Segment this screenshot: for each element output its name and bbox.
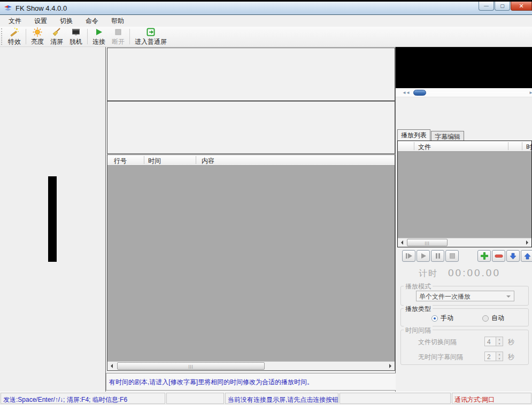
close-button[interactable]: ✕ <box>511 2 532 11</box>
tab-playlist[interactable]: 播放列表 <box>397 129 430 141</box>
spinner-arrows-icon[interactable]: ▲▼ <box>496 337 503 346</box>
playlist-grid[interactable]: 文件 时 ||| <box>397 141 532 247</box>
interval-row-file: 文件切换间隔 4 ▲▼ 秒 <box>401 337 529 346</box>
column-divider[interactable] <box>414 142 414 150</box>
file-switch-interval-input[interactable]: 4 <box>484 337 496 346</box>
column-divider[interactable] <box>196 156 196 164</box>
scroll-right-icon[interactable] <box>523 238 531 247</box>
move-down-button[interactable] <box>506 250 520 262</box>
column-divider[interactable] <box>508 142 508 150</box>
column-divider[interactable] <box>522 142 522 150</box>
menu-help[interactable]: 帮助 <box>105 15 130 27</box>
offline-button[interactable]: 脱机 <box>66 27 86 46</box>
play-icon <box>420 253 427 259</box>
play-mode-select[interactable]: 单个文件一次播放 <box>416 291 514 301</box>
remove-button[interactable] <box>492 250 505 262</box>
status-comm-mode: 通讯方式:网口 <box>452 393 531 404</box>
toolbar-grip[interactable] <box>1 28 4 45</box>
play-mode-value: 单个文件一次播放 <box>419 293 471 300</box>
interval-label: 时间间隔 <box>404 326 433 335</box>
tab-subtitle-edit[interactable]: 字幕编辑 <box>431 131 464 141</box>
minimize-icon: — <box>484 3 489 9</box>
scroll-left-icon[interactable] <box>398 238 406 247</box>
step-button[interactable] <box>402 250 415 262</box>
toolbar-separator <box>129 29 130 44</box>
play-type-label: 播放类型 <box>404 305 433 314</box>
interval-row-label: 无时间字幕间隔 <box>418 353 463 362</box>
menu-bar: 文件 设置 切换 命令 帮助 <box>0 15 532 27</box>
status-connection: 当前没有连接显示屏,请先点击连接按钮。 <box>225 393 338 404</box>
window-title: FK Show 4.4.0.0 <box>16 4 67 12</box>
column-line-number[interactable]: 行号 <box>114 157 127 166</box>
slider-track[interactable] <box>413 92 527 93</box>
no-time-subtitle-interval-input[interactable]: 2 <box>484 352 496 361</box>
playlist-hscrollbar[interactable]: ||| <box>398 238 531 247</box>
app-window: FK Show 4.4.0.0 — ▢ ✕ 文件 设置 切换 命令 帮助 特效 <box>0 0 532 405</box>
rewind-icon[interactable]: ◄◄ <box>402 90 410 95</box>
clear-screen-button[interactable]: 清屏 <box>47 27 66 46</box>
column-divider[interactable] <box>144 156 144 164</box>
window-controls: — ▢ ✕ <box>478 2 532 11</box>
column-partial[interactable]: 时 <box>526 143 532 152</box>
subtitle-grid-hscrollbar[interactable]: ||| <box>107 361 395 370</box>
sun-icon <box>33 27 42 37</box>
toolbar-label: 脱机 <box>70 37 82 46</box>
minimize-button[interactable]: — <box>479 2 494 11</box>
pause-button[interactable] <box>431 250 444 262</box>
chevron-down-icon <box>506 295 511 298</box>
column-file[interactable]: 文件 <box>418 143 431 152</box>
column-time[interactable]: 时间 <box>148 157 161 166</box>
menu-file[interactable]: 文件 <box>2 15 28 27</box>
stop-icon <box>113 27 123 37</box>
stop-icon <box>449 253 456 259</box>
scroll-right-icon[interactable] <box>386 362 395 370</box>
left-black-bar <box>48 176 57 262</box>
radio-manual[interactable]: 手动 <box>431 314 453 323</box>
interval-group: 时间间隔 文件切换间隔 4 ▲▼ 秒 无时间字幕间隔 2 ▲▼ 秒 <box>400 330 529 365</box>
brightness-button[interactable]: 亮度 <box>28 27 47 46</box>
play-mode-group: 播放模式 单个文件一次播放 <box>400 286 529 306</box>
status-hotkeys: 发送:Space/Enter/↑/↓; 清屏:F4; 临时信息:F6 <box>1 393 165 404</box>
monitor-icon <box>71 27 81 37</box>
enter-screen-icon <box>146 27 156 37</box>
menu-switch[interactable]: 切换 <box>53 15 79 27</box>
slider-thumb[interactable] <box>413 90 426 96</box>
radio-label: 自动 <box>491 314 504 323</box>
status-empty-panel <box>166 393 224 404</box>
menu-command[interactable]: 命令 <box>79 15 105 27</box>
connect-button[interactable]: 连接 <box>89 27 109 46</box>
forward-icon[interactable]: ► <box>529 90 532 95</box>
scroll-thumb[interactable]: ||| <box>117 362 265 370</box>
subtitle-grid[interactable]: 行号 时间 内容 ||| <box>107 154 395 371</box>
effects-button[interactable]: 特效 <box>5 27 24 46</box>
scroll-thumb[interactable]: ||| <box>407 239 448 246</box>
play-button[interactable] <box>417 250 430 262</box>
enter-normal-screen-button[interactable]: 进入普通屏 <box>132 27 170 46</box>
toolbar-label: 特效 <box>8 37 21 46</box>
upper-display-panel <box>107 48 395 101</box>
stop-button[interactable] <box>445 250 459 262</box>
step-icon <box>405 253 413 259</box>
preview-screen <box>396 47 532 88</box>
toolbar-separator <box>26 29 26 44</box>
menu-settings[interactable]: 设置 <box>28 15 53 27</box>
playback-slider[interactable]: ◄◄ ► <box>396 88 532 97</box>
spinner-arrows-icon[interactable]: ▲▼ <box>496 352 503 361</box>
disconnect-button[interactable]: 断开 <box>109 27 128 46</box>
timer: 计时 00:00.00 <box>396 267 532 280</box>
scroll-left-icon[interactable] <box>107 362 116 370</box>
radio-auto[interactable]: 自动 <box>482 314 504 323</box>
maximize-button[interactable]: ▢ <box>495 2 510 11</box>
add-button[interactable] <box>477 250 491 262</box>
play-icon <box>94 27 104 37</box>
pause-icon <box>435 253 441 259</box>
plus-icon <box>481 252 488 260</box>
move-up-button[interactable] <box>521 250 532 262</box>
magic-wand-icon <box>10 27 19 37</box>
toolbar-label: 连接 <box>92 37 105 46</box>
column-content[interactable]: 内容 <box>202 157 214 166</box>
status-bar: 发送:Space/Enter/↑/↓; 清屏:F4; 临时信息:F6 当前没有连… <box>0 392 532 405</box>
close-icon: ✕ <box>519 3 523 10</box>
left-panel <box>0 47 105 392</box>
status-empty-panel <box>340 393 451 404</box>
